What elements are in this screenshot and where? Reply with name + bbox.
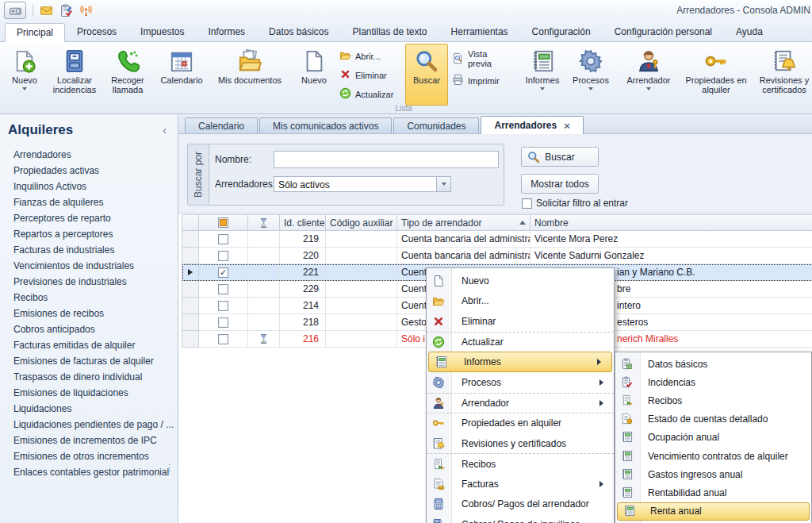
checkbox-icon[interactable] <box>522 198 532 209</box>
document-tab[interactable]: Comunidades <box>393 117 479 133</box>
buscar-button[interactable]: Buscar <box>521 147 599 167</box>
mail-icon[interactable] <box>40 4 53 17</box>
document-tab[interactable]: Calendario <box>185 117 258 133</box>
context-menu-item[interactable]: Procesos <box>427 372 614 393</box>
informes-ribbon-button[interactable]: Informes <box>518 44 567 106</box>
context-menu-item[interactable]: Cobros/ Pagos de inquilinos <box>427 514 614 523</box>
submenu-item[interactable]: Renta anual <box>617 502 810 521</box>
collapse-sidebar-button[interactable]: ‹ <box>158 124 171 137</box>
submenu-item[interactable]: Recibos <box>615 391 811 410</box>
ribbon-tab[interactable]: Herramientas <box>439 22 520 41</box>
submenu-item[interactable]: Gastos ingresos anual <box>615 465 811 483</box>
row-checkbox[interactable] <box>218 251 228 261</box>
arrendador-ribbon-button[interactable]: Arrendador <box>618 44 680 106</box>
sidebar-item[interactable]: Inquilinos Activos <box>0 179 178 194</box>
row-checkbox[interactable] <box>218 267 228 278</box>
column-header-tipo[interactable]: Tipo de arrendador <box>397 214 530 231</box>
eliminar-button[interactable]: Eliminar <box>335 67 405 83</box>
buscar-ribbon-button[interactable]: Buscar <box>405 44 448 106</box>
sidebar-item[interactable]: Perceptores de reparto <box>0 210 178 226</box>
ribbon-tab[interactable]: Impuestos <box>128 22 196 41</box>
row-checkbox-cell[interactable] <box>199 314 248 331</box>
nuevo-dropdown-button[interactable]: Nuevo <box>2 44 47 106</box>
imprimir-button[interactable]: Imprimir <box>448 72 515 89</box>
revisiones-certificados-button[interactable]: Revisiones y certificados <box>749 44 812 106</box>
context-menu-item[interactable]: Revisiones y certificados <box>427 433 614 454</box>
submenu-item[interactable]: Ocupación anual <box>615 429 811 447</box>
context-menu-item[interactable]: Propiedades en alquiler <box>427 413 614 433</box>
row-checkbox-cell[interactable] <box>199 331 248 348</box>
document-tab[interactable]: Mis comunicados activos <box>259 117 392 133</box>
abrir-button[interactable]: Abrir... <box>335 48 405 64</box>
context-menu-item[interactable]: Cobros/ Pagos del arrendador <box>427 494 614 515</box>
arrendadores-select[interactable]: Sólo activos <box>274 176 451 192</box>
header-checkbox-cell[interactable] <box>199 214 248 231</box>
sidebar-item[interactable]: Facturas de industriales <box>0 242 178 258</box>
context-menu-item[interactable]: Arrendador <box>427 393 614 413</box>
sidebar-item[interactable]: Recibos <box>0 290 178 306</box>
ribbon-tab[interactable]: Configuración personal <box>603 22 724 41</box>
sidebar-item[interactable]: Enlaces contables gestor patrimonial <box>0 464 178 480</box>
row-checkbox-cell[interactable] <box>199 264 248 281</box>
submenu-item[interactable]: Estado de cuentas detallado <box>615 410 811 429</box>
sidebar-item[interactable]: Traspasos de dinero individual <box>0 369 178 385</box>
vista-previa-button[interactable]: Vista previa <box>448 48 515 70</box>
table-row[interactable]: 220 Cuenta bancaria del administrador Vi… <box>182 248 812 264</box>
sidebar-item[interactable]: Vencimientos de industriales <box>0 258 178 274</box>
sidebar-item[interactable]: Emisiones de recibos <box>0 306 178 321</box>
context-menu-item[interactable]: Abrir... <box>427 291 614 312</box>
document-tab[interactable]: Arrendadores × <box>481 116 583 134</box>
ribbon-tab[interactable]: Procesos <box>65 22 128 41</box>
column-header-nombre[interactable]: Nombre <box>530 214 812 231</box>
context-menu-item[interactable]: Nuevo <box>427 271 614 291</box>
dropdown-arrow-icon[interactable] <box>436 177 450 191</box>
localizar-incidencias-button[interactable]: Localizar incidencias <box>47 44 102 106</box>
ribbon-tab[interactable]: Datos básicos <box>257 22 340 41</box>
propiedades-en-alquiler-button[interactable]: Propiedades en alquiler <box>683 44 749 106</box>
mostrar-todos-button[interactable]: Mostrar todos <box>521 174 599 194</box>
sidebar-item[interactable]: Emisiones de incrementos de IPC <box>0 433 178 448</box>
ribbon-tab[interactable]: Principal <box>5 23 65 42</box>
select-all-checkbox[interactable] <box>218 217 228 228</box>
recoger-llamada-button[interactable]: Recoger llamada <box>102 44 153 106</box>
ribbon-tab[interactable]: Ayuda <box>724 22 775 41</box>
ribbon-tab[interactable]: Configuración <box>520 22 603 41</box>
solicitar-filtro-checkbox[interactable]: Solicitar filtro al entrar <box>522 198 628 209</box>
context-menu-item[interactable]: Actualizar <box>427 332 614 352</box>
broadcast-icon[interactable] <box>79 4 93 17</box>
sidebar-item[interactable]: Repartos a perceptores <box>0 226 178 242</box>
nuevo-button[interactable]: Nuevo <box>293 44 335 106</box>
sidebar-item[interactable]: Liquidaciones pendientes de pago / ... <box>0 417 178 433</box>
sidebar-item[interactable]: Arrendadores <box>0 147 178 163</box>
sidebar-item[interactable]: Propiedades activas <box>0 163 178 179</box>
submenu-item[interactable]: Datos básicos <box>615 355 811 373</box>
header-hourglass-cell[interactable] <box>248 214 280 231</box>
row-checkbox-cell[interactable] <box>199 248 248 264</box>
sidebar-item[interactable]: Cobros anticipados <box>0 321 178 337</box>
row-checkbox-cell[interactable] <box>199 231 248 248</box>
calendario-button[interactable]: Calendario <box>153 44 210 106</box>
row-checkbox[interactable] <box>218 317 228 328</box>
close-tab-icon[interactable]: × <box>564 121 570 131</box>
row-checkbox[interactable] <box>218 334 228 344</box>
nombre-input[interactable] <box>274 151 499 168</box>
ribbon-tab[interactable]: Informes <box>196 22 257 41</box>
sidebar-item[interactable]: Emisiones de liquidaciones <box>0 385 178 401</box>
row-checkbox-cell[interactable] <box>199 281 248 298</box>
row-checkbox[interactable] <box>218 284 228 294</box>
row-checkbox-cell[interactable] <box>199 298 248 314</box>
context-menu-item[interactable]: Eliminar <box>427 311 614 332</box>
tasks-icon[interactable] <box>59 4 73 17</box>
sidebar-item[interactable]: Emisiones de facturas de alquiler <box>0 353 178 369</box>
phone-record-button[interactable] <box>4 2 26 19</box>
resize-grip-icon[interactable]: ⋮ <box>165 462 174 473</box>
column-header-id[interactable]: Id. cliente <box>280 214 326 231</box>
sidebar-item[interactable]: Fianzas de alquileres <box>0 194 178 210</box>
actualizar-button[interactable]: Actualizar <box>335 86 405 102</box>
mis-documentos-button[interactable]: Mis documentos <box>210 44 289 106</box>
context-menu-item[interactable]: Informes <box>428 352 612 372</box>
sidebar-item[interactable]: Liquidaciones <box>0 401 178 417</box>
sidebar-item[interactable]: Facturas emitidas de alquiler <box>0 337 178 353</box>
column-header-aux[interactable]: Código auxiliar <box>326 214 397 231</box>
sidebar-item[interactable]: Previsiones de industriales <box>0 274 178 290</box>
